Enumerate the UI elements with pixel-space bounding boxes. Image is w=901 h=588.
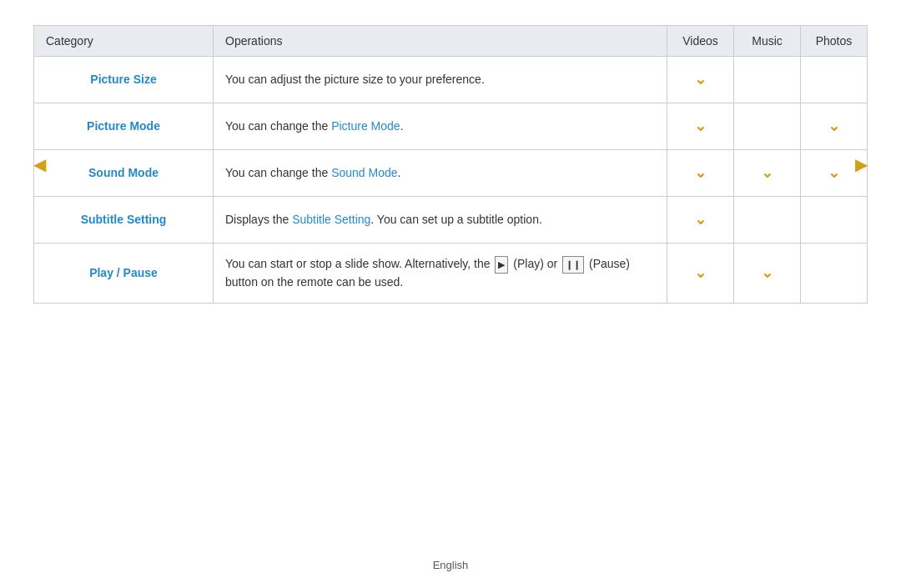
page-container: ◀ ▶ Category Operations Videos Music Pho… bbox=[0, 0, 901, 588]
chevron-icon: ⌄ bbox=[694, 211, 707, 228]
category-play-pause: Play / Pause bbox=[34, 244, 214, 304]
music-subtitle-setting bbox=[734, 197, 801, 244]
chevron-icon: ⌄ bbox=[694, 118, 707, 134]
header-videos: Videos bbox=[667, 26, 734, 57]
play-button-icon: ▶ bbox=[495, 256, 508, 274]
music-picture-size bbox=[734, 57, 801, 103]
photos-picture-mode: ⌄ bbox=[801, 103, 868, 150]
table-row: Picture Size You can adjust the picture … bbox=[34, 57, 868, 103]
link-picture-mode: Picture Mode bbox=[331, 119, 400, 133]
category-picture-size: Picture Size bbox=[34, 57, 214, 103]
music-picture-mode bbox=[734, 103, 801, 150]
chevron-icon: ⌄ bbox=[828, 118, 840, 134]
table-wrapper: ◀ ▶ Category Operations Videos Music Pho… bbox=[33, 25, 868, 304]
category-sound-mode: Sound Mode bbox=[34, 150, 214, 197]
operations-sound-mode: You can change the Sound Mode. bbox=[214, 150, 667, 197]
videos-picture-mode: ⌄ bbox=[667, 103, 734, 150]
link-sound-mode: Sound Mode bbox=[331, 166, 397, 179]
header-photos: Photos bbox=[801, 26, 868, 57]
category-picture-mode: Picture Mode bbox=[34, 103, 214, 150]
music-play-pause: ⌄ bbox=[734, 244, 801, 304]
chevron-icon: ⌄ bbox=[694, 71, 707, 88]
table-header-row: Category Operations Videos Music Photos bbox=[34, 26, 868, 57]
footer-language: English bbox=[433, 559, 469, 571]
main-table: Category Operations Videos Music Photos … bbox=[33, 25, 868, 304]
operations-picture-size: You can adjust the picture size to your … bbox=[214, 57, 667, 103]
header-operations: Operations bbox=[214, 26, 667, 57]
operations-play-pause: You can start or stop a slide show. Alte… bbox=[214, 244, 667, 304]
chevron-icon: ⌄ bbox=[761, 264, 773, 281]
category-subtitle-setting: Subtitle Setting bbox=[34, 197, 214, 244]
header-music: Music bbox=[734, 26, 801, 57]
operations-picture-mode: You can change the Picture Mode. bbox=[214, 103, 667, 150]
operations-subtitle-setting: Displays the Subtitle Setting. You can s… bbox=[214, 197, 667, 244]
chevron-icon: ⌄ bbox=[694, 264, 707, 281]
table-row: Play / Pause You can start or stop a sli… bbox=[34, 244, 868, 304]
table-row: Sound Mode You can change the Sound Mode… bbox=[34, 150, 868, 197]
videos-sound-mode: ⌄ bbox=[667, 150, 734, 197]
photos-play-pause bbox=[801, 244, 868, 304]
nav-left-arrow[interactable]: ◀ bbox=[33, 154, 46, 174]
table-row: Picture Mode You can change the Picture … bbox=[34, 103, 868, 150]
videos-play-pause: ⌄ bbox=[667, 244, 734, 304]
table-row: Subtitle Setting Displays the Subtitle S… bbox=[34, 197, 868, 244]
photos-subtitle-setting bbox=[801, 197, 868, 244]
videos-picture-size: ⌄ bbox=[667, 57, 734, 103]
music-sound-mode: ⌄ bbox=[734, 150, 801, 197]
videos-subtitle-setting: ⌄ bbox=[667, 197, 734, 244]
photos-picture-size bbox=[801, 57, 868, 103]
nav-right-arrow[interactable]: ▶ bbox=[855, 154, 868, 174]
chevron-icon: ⌄ bbox=[828, 164, 840, 181]
chevron-icon: ⌄ bbox=[761, 164, 773, 181]
pause-button-icon: ❙❙ bbox=[562, 256, 584, 274]
header-category: Category bbox=[34, 26, 214, 57]
chevron-icon: ⌄ bbox=[694, 164, 707, 181]
link-subtitle-setting: Subtitle Setting bbox=[292, 213, 370, 226]
